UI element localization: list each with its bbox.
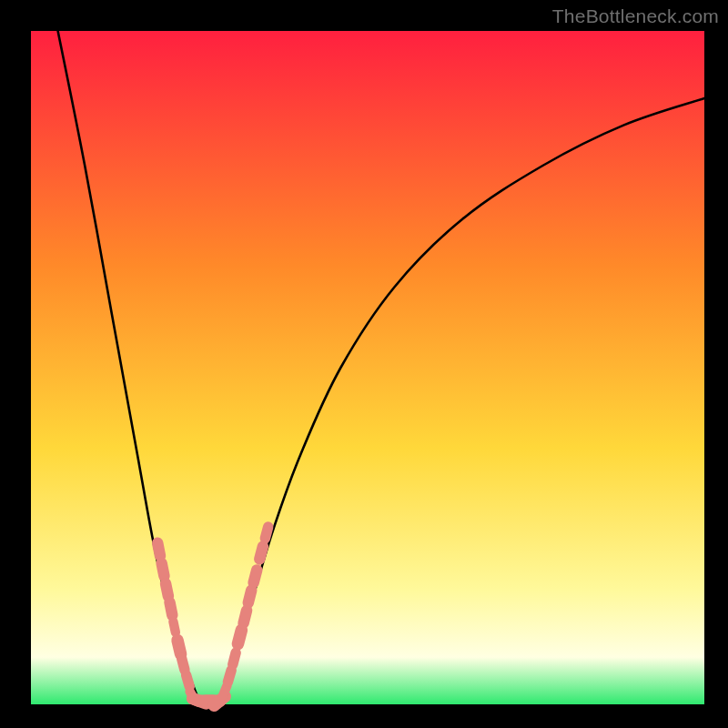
data-marker (166, 583, 168, 596)
data-marker (182, 658, 185, 670)
data-marker (244, 611, 247, 623)
data-marker (162, 563, 165, 576)
watermark-label: TheBottleneck.com (552, 5, 719, 27)
data-marker (170, 602, 173, 615)
plot-background (31, 31, 704, 704)
chart-frame: TheBottleneck.com (0, 0, 728, 728)
data-marker (187, 675, 190, 687)
data-marker (238, 630, 241, 643)
bottleneck-chart (0, 0, 728, 728)
data-marker (233, 652, 236, 664)
data-marker (254, 570, 258, 582)
data-marker (259, 547, 263, 560)
data-marker (157, 543, 160, 556)
data-marker (173, 622, 175, 632)
data-marker (177, 641, 181, 654)
data-marker (248, 591, 251, 603)
data-marker (265, 527, 268, 539)
data-marker (223, 686, 228, 696)
data-marker (228, 671, 231, 682)
